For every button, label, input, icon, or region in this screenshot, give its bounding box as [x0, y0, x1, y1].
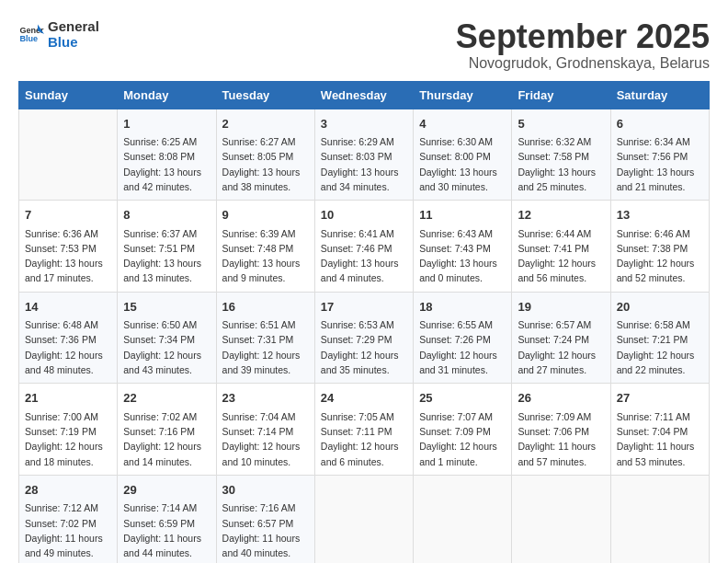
- calendar-cell: 1Sunrise: 6:25 AMSunset: 8:08 PMDaylight…: [118, 109, 216, 201]
- calendar-week-4: 21Sunrise: 7:00 AMSunset: 7:19 PMDayligh…: [19, 384, 710, 476]
- svg-text:Blue: Blue: [19, 34, 38, 43]
- header-tuesday: Tuesday: [216, 81, 314, 109]
- day-info: Sunrise: 6:58 AMSunset: 7:21 PMDaylight:…: [617, 317, 703, 377]
- day-number: 1: [123, 115, 210, 133]
- calendar-cell: 2Sunrise: 6:27 AMSunset: 8:05 PMDaylight…: [216, 109, 314, 201]
- day-number: 24: [321, 389, 407, 408]
- calendar-cell: 13Sunrise: 6:46 AMSunset: 7:38 PMDayligh…: [610, 201, 709, 293]
- day-info: Sunrise: 6:29 AMSunset: 8:03 PMDaylight:…: [321, 134, 407, 194]
- calendar-cell: 28Sunrise: 7:12 AMSunset: 7:02 PMDayligh…: [19, 475, 118, 563]
- header-sunday: Sunday: [19, 81, 118, 109]
- day-info: Sunrise: 6:30 AMSunset: 8:00 PMDaylight:…: [419, 134, 506, 194]
- calendar-cell: 26Sunrise: 7:09 AMSunset: 7:06 PMDayligh…: [512, 384, 610, 476]
- calendar-cell: 11Sunrise: 6:43 AMSunset: 7:43 PMDayligh…: [414, 201, 512, 293]
- day-info: Sunrise: 6:32 AMSunset: 7:58 PMDaylight:…: [518, 134, 604, 194]
- day-number: 18: [419, 298, 506, 316]
- day-number: 19: [518, 298, 604, 316]
- day-info: Sunrise: 7:07 AMSunset: 7:09 PMDaylight:…: [419, 409, 506, 469]
- header-wednesday: Wednesday: [314, 81, 413, 109]
- logo-icon: General Blue: [18, 21, 44, 47]
- day-number: 27: [617, 389, 703, 408]
- day-number: 7: [25, 206, 111, 224]
- calendar-cell: [512, 475, 610, 563]
- header: General Blue General Blue September 2025…: [18, 18, 710, 72]
- calendar-cell: 3Sunrise: 6:29 AMSunset: 8:03 PMDaylight…: [314, 109, 413, 201]
- calendar-cell: 22Sunrise: 7:02 AMSunset: 7:16 PMDayligh…: [118, 384, 216, 476]
- day-number: 2: [222, 115, 309, 133]
- day-info: Sunrise: 6:57 AMSunset: 7:24 PMDaylight:…: [518, 317, 604, 377]
- day-info: Sunrise: 6:43 AMSunset: 7:43 PMDaylight:…: [419, 226, 506, 286]
- calendar-cell: 25Sunrise: 7:07 AMSunset: 7:09 PMDayligh…: [414, 384, 512, 476]
- day-number: 15: [123, 298, 210, 316]
- calendar-cell: 21Sunrise: 7:00 AMSunset: 7:19 PMDayligh…: [19, 384, 118, 476]
- day-number: 22: [123, 389, 210, 408]
- day-info: Sunrise: 6:41 AMSunset: 7:46 PMDaylight:…: [321, 226, 407, 286]
- calendar-cell: [314, 475, 413, 563]
- day-info: Sunrise: 6:27 AMSunset: 8:05 PMDaylight:…: [222, 134, 309, 194]
- header-friday: Friday: [512, 81, 610, 109]
- day-number: 21: [25, 389, 111, 408]
- day-number: 29: [123, 481, 210, 500]
- day-number: 16: [222, 298, 309, 316]
- day-info: Sunrise: 7:09 AMSunset: 7:06 PMDaylight:…: [518, 409, 604, 469]
- day-info: Sunrise: 6:39 AMSunset: 7:48 PMDaylight:…: [222, 226, 309, 286]
- day-info: Sunrise: 6:53 AMSunset: 7:29 PMDaylight:…: [321, 317, 407, 377]
- calendar-cell: 18Sunrise: 6:55 AMSunset: 7:26 PMDayligh…: [414, 292, 512, 384]
- day-info: Sunrise: 6:36 AMSunset: 7:53 PMDaylight:…: [25, 226, 111, 286]
- calendar-cell: 9Sunrise: 6:39 AMSunset: 7:48 PMDaylight…: [216, 201, 314, 293]
- day-number: 14: [25, 298, 111, 316]
- calendar-cell: [610, 475, 709, 563]
- day-number: 13: [617, 206, 703, 224]
- calendar-cell: 10Sunrise: 6:41 AMSunset: 7:46 PMDayligh…: [314, 201, 413, 293]
- calendar-cell: 6Sunrise: 6:34 AMSunset: 7:56 PMDaylight…: [610, 109, 709, 201]
- day-info: Sunrise: 6:51 AMSunset: 7:31 PMDaylight:…: [222, 317, 309, 377]
- day-number: 5: [518, 115, 604, 133]
- day-number: 12: [518, 206, 604, 224]
- calendar-cell: [414, 475, 512, 563]
- calendar-cell: 4Sunrise: 6:30 AMSunset: 8:00 PMDaylight…: [414, 109, 512, 201]
- day-info: Sunrise: 6:48 AMSunset: 7:36 PMDaylight:…: [25, 317, 111, 377]
- day-number: 8: [123, 206, 210, 224]
- day-number: 26: [518, 389, 604, 408]
- calendar-cell: 16Sunrise: 6:51 AMSunset: 7:31 PMDayligh…: [216, 292, 314, 384]
- day-info: Sunrise: 6:46 AMSunset: 7:38 PMDaylight:…: [617, 226, 703, 286]
- day-info: Sunrise: 7:05 AMSunset: 7:11 PMDaylight:…: [321, 409, 407, 469]
- calendar-cell: 12Sunrise: 6:44 AMSunset: 7:41 PMDayligh…: [512, 201, 610, 293]
- calendar-week-2: 7Sunrise: 6:36 AMSunset: 7:53 PMDaylight…: [19, 201, 710, 293]
- calendar-cell: 17Sunrise: 6:53 AMSunset: 7:29 PMDayligh…: [314, 292, 413, 384]
- calendar-cell: 5Sunrise: 6:32 AMSunset: 7:58 PMDaylight…: [512, 109, 610, 201]
- day-info: Sunrise: 7:04 AMSunset: 7:14 PMDaylight:…: [222, 409, 309, 469]
- calendar-cell: 23Sunrise: 7:04 AMSunset: 7:14 PMDayligh…: [216, 384, 314, 476]
- day-info: Sunrise: 7:12 AMSunset: 7:02 PMDaylight:…: [25, 500, 111, 560]
- day-info: Sunrise: 7:14 AMSunset: 6:59 PMDaylight:…: [123, 500, 210, 560]
- day-number: 3: [321, 115, 407, 133]
- header-saturday: Saturday: [610, 81, 709, 109]
- calendar-cell: 8Sunrise: 6:37 AMSunset: 7:51 PMDaylight…: [118, 201, 216, 293]
- day-number: 4: [419, 115, 506, 133]
- location-subtitle: Novogrudok, Grodnenskaya, Belarus: [456, 55, 710, 72]
- logo: General Blue General Blue: [18, 18, 99, 50]
- calendar-week-1: 1Sunrise: 6:25 AMSunset: 8:08 PMDaylight…: [19, 109, 710, 201]
- day-info: Sunrise: 6:34 AMSunset: 7:56 PMDaylight:…: [617, 134, 703, 194]
- calendar-cell: [19, 109, 118, 201]
- calendar-cell: 24Sunrise: 7:05 AMSunset: 7:11 PMDayligh…: [314, 384, 413, 476]
- day-info: Sunrise: 6:50 AMSunset: 7:34 PMDaylight:…: [123, 317, 210, 377]
- header-monday: Monday: [118, 81, 216, 109]
- day-info: Sunrise: 7:02 AMSunset: 7:16 PMDaylight:…: [123, 409, 210, 469]
- day-number: 23: [222, 389, 309, 408]
- calendar-table: SundayMondayTuesdayWednesdayThursdayFrid…: [18, 81, 710, 563]
- month-title: September 2025: [456, 18, 710, 55]
- calendar-cell: 29Sunrise: 7:14 AMSunset: 6:59 PMDayligh…: [118, 475, 216, 563]
- calendar-cell: 15Sunrise: 6:50 AMSunset: 7:34 PMDayligh…: [118, 292, 216, 384]
- day-info: Sunrise: 6:44 AMSunset: 7:41 PMDaylight:…: [518, 226, 604, 286]
- day-info: Sunrise: 6:37 AMSunset: 7:51 PMDaylight:…: [123, 226, 210, 286]
- calendar-cell: 30Sunrise: 7:16 AMSunset: 6:57 PMDayligh…: [216, 475, 314, 563]
- title-section: September 2025 Novogrudok, Grodnenskaya,…: [456, 18, 710, 72]
- day-number: 30: [222, 481, 309, 500]
- calendar-cell: 20Sunrise: 6:58 AMSunset: 7:21 PMDayligh…: [610, 292, 709, 384]
- day-info: Sunrise: 7:11 AMSunset: 7:04 PMDaylight:…: [617, 409, 703, 469]
- day-number: 25: [419, 389, 506, 408]
- calendar-cell: 14Sunrise: 6:48 AMSunset: 7:36 PMDayligh…: [19, 292, 118, 384]
- day-info: Sunrise: 7:00 AMSunset: 7:19 PMDaylight:…: [25, 409, 111, 469]
- calendar-week-3: 14Sunrise: 6:48 AMSunset: 7:36 PMDayligh…: [19, 292, 710, 384]
